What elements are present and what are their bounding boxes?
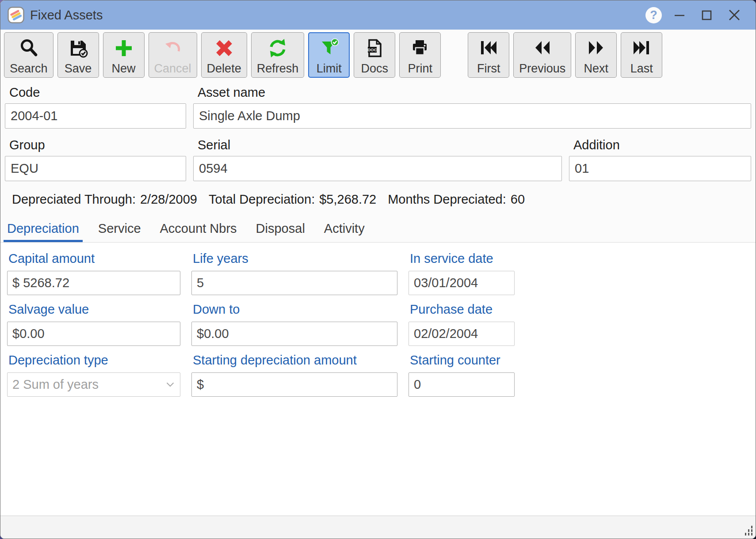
code-input[interactable]	[5, 103, 186, 129]
months-depreciated-value: 60	[511, 192, 525, 207]
delete-button-label: Delete	[207, 62, 241, 76]
new-button[interactable]: New	[103, 32, 145, 78]
depreciation-summary: Depreciated Through: 2/28/2009 Total Dep…	[12, 192, 751, 207]
titlebar[interactable]: Fixed Assets ?	[0, 0, 756, 30]
purchase-date-input[interactable]	[409, 322, 515, 346]
salvage-value-label: Salvage value	[7, 302, 180, 317]
form-row-1: Code Asset name	[5, 78, 751, 129]
printer-icon	[410, 37, 430, 60]
filter-icon	[319, 37, 339, 60]
life-years-label: Life years	[191, 251, 397, 266]
limit-button[interactable]: Limit	[308, 32, 350, 78]
print-button-label: Print	[408, 62, 432, 76]
print-button[interactable]: Print	[399, 32, 441, 78]
docs-button[interactable]: DOC Docs	[354, 32, 395, 78]
down-to-input[interactable]	[191, 322, 397, 346]
save-button-label: Save	[65, 62, 92, 76]
group-input[interactable]	[5, 156, 186, 181]
help-button[interactable]: ?	[645, 7, 662, 23]
previous-button[interactable]: Previous	[513, 32, 571, 78]
new-button-label: New	[112, 62, 136, 76]
delete-button[interactable]: Delete	[201, 32, 247, 78]
search-button-label: Search	[10, 62, 48, 76]
window-title: Fixed Assets	[30, 8, 103, 23]
next-button[interactable]: Next	[575, 32, 617, 78]
cancel-button-label: Cancel	[154, 62, 191, 76]
capital-amount-label: Capital amount	[7, 251, 180, 266]
asset-header-form: Code Asset name Group Serial Addition	[0, 78, 756, 207]
skip-last-icon	[631, 37, 652, 60]
starting-depreciation-amount-label: Starting depreciation amount	[191, 353, 397, 368]
total-depreciation-label: Total Depreciation:	[209, 192, 315, 207]
starting-counter-input[interactable]	[409, 372, 515, 397]
tab-disposal[interactable]: Disposal	[252, 221, 309, 242]
fixed-assets-window: Fixed Assets ?	[0, 0, 756, 539]
app-icon	[8, 7, 24, 23]
first-button-label: First	[477, 62, 500, 76]
tab-depreciation[interactable]: Depreciation	[4, 221, 83, 242]
docs-button-label: Docs	[361, 62, 388, 76]
minimize-button[interactable]	[670, 5, 689, 25]
capital-amount-input[interactable]	[7, 271, 180, 295]
serial-input[interactable]	[193, 156, 562, 181]
purchase-date-label: Purchase date	[409, 302, 515, 317]
life-years-input[interactable]	[191, 271, 397, 295]
next-button-label: Next	[584, 62, 608, 76]
in-service-date-label: In service date	[409, 251, 515, 266]
plus-icon	[114, 37, 134, 60]
cancel-button[interactable]: Cancel	[149, 32, 197, 78]
question-icon: ?	[650, 8, 657, 22]
starting-counter-label: Starting counter	[409, 353, 515, 368]
tab-service[interactable]: Service	[95, 221, 145, 242]
undo-icon	[163, 37, 183, 60]
form-row-2: Group Serial Addition	[5, 129, 751, 181]
down-to-label: Down to	[191, 302, 397, 317]
first-button[interactable]: First	[468, 32, 509, 78]
tab-activity[interactable]: Activity	[321, 221, 368, 242]
skip-first-icon	[478, 37, 499, 60]
code-label: Code	[5, 85, 186, 100]
group-label: Group	[5, 138, 186, 152]
last-button[interactable]: Last	[621, 32, 662, 78]
fast-forward-icon	[586, 37, 606, 60]
x-icon	[214, 37, 234, 60]
asset-name-input[interactable]	[193, 103, 751, 129]
maximize-icon	[700, 8, 714, 22]
refresh-button[interactable]: Refresh	[251, 32, 305, 78]
months-depreciated-label: Months Depreciated:	[388, 192, 506, 207]
resize-grip[interactable]	[742, 525, 753, 536]
chevron-down-icon	[166, 382, 174, 387]
addition-input[interactable]	[569, 156, 751, 181]
search-button[interactable]: Search	[4, 32, 53, 78]
depreciation-type-select[interactable]: 2 Sum of years	[7, 372, 180, 397]
doc-icon-text: DOC	[368, 47, 377, 52]
previous-button-label: Previous	[519, 62, 565, 76]
close-button[interactable]	[725, 5, 744, 25]
serial-label: Serial	[193, 138, 562, 152]
rewind-icon	[532, 37, 553, 60]
depreciated-through-value: 2/28/2009	[140, 192, 197, 207]
in-service-date-input[interactable]	[409, 271, 515, 295]
starting-depreciation-amount-input[interactable]	[191, 372, 397, 397]
search-icon	[19, 37, 39, 60]
save-button[interactable]: Save	[57, 32, 99, 78]
save-icon	[68, 37, 88, 60]
depreciation-type-label: Depreciation type	[7, 353, 180, 368]
maximize-button[interactable]	[697, 5, 717, 25]
depreciation-type-value: 2 Sum of years	[12, 377, 99, 392]
minimize-icon	[673, 8, 686, 22]
status-bar	[0, 516, 756, 539]
last-button-label: Last	[630, 62, 653, 76]
refresh-icon	[267, 37, 288, 60]
window-controls: ?	[645, 5, 756, 25]
depreciation-tab-panel: Capital amount Life years In service dat…	[0, 243, 756, 516]
close-icon	[727, 8, 741, 22]
salvage-value-input[interactable]	[7, 322, 180, 346]
asset-name-label: Asset name	[193, 85, 751, 100]
refresh-button-label: Refresh	[257, 62, 299, 76]
tab-account-nbrs[interactable]: Account Nbrs	[157, 221, 241, 242]
toolbar: Search Save New	[0, 30, 756, 78]
tab-bar: Depreciation Service Account Nbrs Dispos…	[0, 221, 756, 243]
limit-button-label: Limit	[317, 62, 342, 76]
document-icon: DOC	[364, 37, 385, 60]
